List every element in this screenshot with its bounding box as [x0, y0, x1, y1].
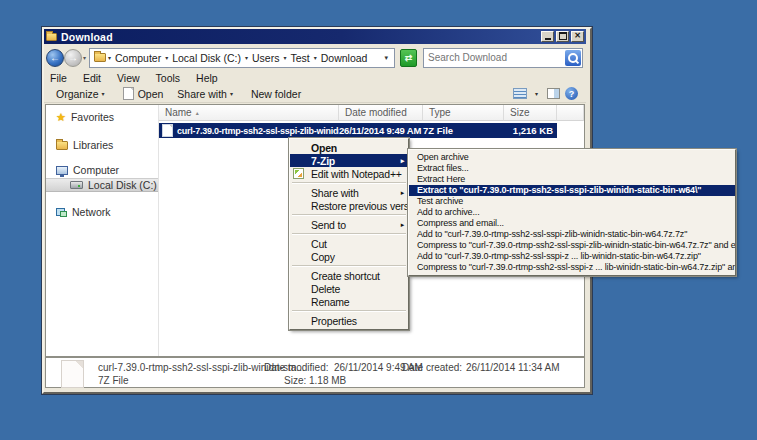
submenu-item-add-to-archive[interactable]: Add to archive... — [409, 207, 735, 218]
submenu-item-add-to-7z[interactable]: Add to "curl-7.39.0-rtmp-ssh2-ssl-sspi-z… — [409, 229, 735, 240]
context-menu-item-open[interactable]: Open — [290, 141, 408, 154]
forward-button[interactable]: → — [64, 49, 82, 67]
breadcrumb-item-download[interactable]: Download — [321, 52, 368, 64]
breadcrumb-item-users[interactable]: Users — [252, 52, 279, 64]
open-button[interactable]: Open — [138, 88, 164, 100]
context-menu-item-share-with[interactable]: Share with ▸ — [290, 186, 408, 199]
column-header-blank — [557, 105, 584, 121]
sidebar-item-network[interactable]: Network — [46, 205, 158, 219]
file-type: 7Z File — [423, 125, 504, 136]
sidebar-item-label: Computer — [73, 164, 119, 176]
context-menu-item-rename[interactable]: Rename — [290, 295, 408, 308]
organize-button[interactable]: Organize — [56, 88, 99, 100]
breadcrumb-separator-icon: ▾ — [245, 54, 248, 61]
window-folder-icon — [46, 33, 57, 41]
context-menu-item-cut[interactable]: Cut — [290, 237, 408, 250]
context-menu-item-edit-with-notepad[interactable]: Edit with Notepad++ — [290, 167, 408, 180]
sidebar-item-local-disk[interactable]: Local Disk (C:) — [46, 178, 158, 192]
submenu-item-test-archive[interactable]: Test archive — [409, 196, 735, 207]
computer-icon — [56, 166, 68, 175]
context-menu-item-restore-previous-versions[interactable]: Restore previous versions — [290, 199, 408, 212]
share-with-button[interactable]: Share with — [177, 88, 227, 100]
sidebar-item-favorites[interactable]: ★ Favorites — [46, 110, 158, 124]
maximize-icon — [559, 32, 567, 40]
navigation-pane: ★ Favorites Libraries Computer Local Dis… — [46, 105, 158, 356]
details-file-type: 7Z File — [98, 375, 129, 386]
title-bar[interactable]: Download ✕ — [44, 29, 586, 44]
menu-edit[interactable]: Edit — [75, 72, 109, 84]
file-date-modified: 26/11/2014 9:49 AM — [339, 125, 423, 136]
submenu-item-compress-and-email[interactable]: Compress and email... — [409, 218, 735, 229]
submenu-item-compress-to-zip-and-email[interactable]: Compress to "curl-7.39.0-rtmp-ssh2-ssl-s… — [409, 262, 735, 273]
table-row[interactable]: curl-7.39.0-rtmp-ssh2-ssl-sspi-zlib-wini… — [159, 123, 557, 138]
open-file-icon — [123, 87, 134, 100]
column-header-name[interactable]: Name ▴ — [159, 105, 339, 121]
menu-help[interactable]: Help — [188, 72, 226, 84]
column-label: Size — [510, 107, 529, 118]
menu-item-label: Copy — [311, 251, 335, 263]
column-label: Type — [429, 107, 451, 118]
sidebar-item-computer[interactable]: Computer — [46, 163, 158, 177]
submenu-item-add-to-zip[interactable]: Add to "curl-7.39.0-rtmp-ssh2-ssl-sspi-z… — [409, 251, 735, 262]
address-dropdown-icon[interactable]: ▾ — [385, 54, 391, 62]
breadcrumb-item-local-disk[interactable]: Local Disk (C:) — [172, 52, 241, 64]
notepad-plus-plus-icon — [293, 168, 304, 179]
menu-item-label: Rename — [311, 296, 350, 308]
menu-item-label: Open — [311, 142, 337, 154]
sidebar-item-libraries[interactable]: Libraries — [46, 138, 158, 152]
change-view-icon[interactable] — [513, 88, 527, 99]
context-menu-item-copy[interactable]: Copy — [290, 250, 408, 263]
context-menu-item-7zip[interactable]: 7-Zip ▸ — [290, 154, 408, 167]
file-size: 1,216 KB — [504, 125, 553, 136]
menu-tools[interactable]: Tools — [148, 72, 189, 84]
7zip-submenu: Open archive Extract files... Extract He… — [408, 149, 736, 276]
organize-caret-icon: ▾ — [102, 90, 105, 97]
change-view-caret-icon[interactable]: ▾ — [535, 90, 538, 97]
context-menu-item-delete[interactable]: Delete — [290, 282, 408, 295]
history-dropdown-icon[interactable]: ▾ — [83, 54, 86, 61]
column-header-type[interactable]: Type — [423, 105, 504, 121]
context-menu-item-create-shortcut[interactable]: Create shortcut — [290, 269, 408, 282]
breadcrumb-item-test[interactable]: Test — [290, 52, 309, 64]
submenu-item-open-archive[interactable]: Open archive — [409, 152, 735, 163]
maximize-button[interactable] — [556, 31, 569, 42]
close-button[interactable]: ✕ — [571, 31, 584, 42]
submenu-arrow-icon: ▸ — [401, 221, 404, 229]
sidebar-item-label: Local Disk (C:) — [88, 179, 157, 191]
file-icon — [162, 124, 173, 137]
back-button[interactable]: ← — [46, 49, 64, 67]
details-size-value: 1.18 MB — [309, 375, 346, 386]
forward-icon: → — [68, 52, 78, 63]
context-menu-item-send-to[interactable]: Send to ▸ — [290, 218, 408, 231]
details-date-created-value: 26/11/2014 11:34 AM — [466, 362, 560, 373]
submenu-item-compress-to-7z-and-email[interactable]: Compress to "curl-7.39.0-rtmp-ssh2-ssl-s… — [409, 240, 735, 251]
search-input[interactable] — [424, 52, 565, 63]
breadcrumb[interactable]: ▾ Computer ▾ Local Disk (C:) ▾ Users ▾ T… — [89, 48, 395, 68]
help-icon[interactable]: ? — [565, 87, 578, 100]
breadcrumb-separator-icon: ▾ — [165, 54, 168, 61]
sort-ascending-icon: ▴ — [196, 109, 199, 116]
preview-pane-icon[interactable] — [547, 88, 560, 99]
location-folder-icon — [94, 53, 106, 62]
search-button[interactable] — [565, 50, 581, 66]
minimize-button[interactable] — [541, 31, 554, 42]
refresh-button[interactable]: ⇄ — [400, 49, 417, 67]
breadcrumb-item-computer[interactable]: Computer — [115, 52, 161, 64]
share-with-caret-icon: ▾ — [230, 90, 233, 97]
menu-file[interactable]: File — [44, 72, 75, 84]
star-icon: ★ — [56, 112, 66, 123]
search-icon — [568, 53, 578, 63]
submenu-item-extract-files[interactable]: Extract files... — [409, 163, 735, 174]
column-header-date-modified[interactable]: Date modified — [339, 105, 423, 121]
address-bar-row: ← → ▾ ▾ Computer ▾ Local Disk (C:) ▾ Use… — [44, 44, 586, 71]
new-folder-button[interactable]: New folder — [251, 88, 301, 100]
menu-item-label: Send to — [311, 219, 346, 231]
search-box — [423, 48, 583, 68]
submenu-item-extract-to[interactable]: Extract to "curl-7.39.0-rtmp-ssh2-ssl-ss… — [409, 185, 735, 196]
context-menu-item-properties[interactable]: Properties — [290, 314, 408, 327]
back-icon: ← — [50, 52, 60, 63]
submenu-item-extract-here[interactable]: Extract Here — [409, 174, 735, 185]
column-label: Name — [165, 107, 192, 118]
column-header-size[interactable]: Size — [504, 105, 557, 121]
menu-view[interactable]: View — [109, 72, 148, 84]
